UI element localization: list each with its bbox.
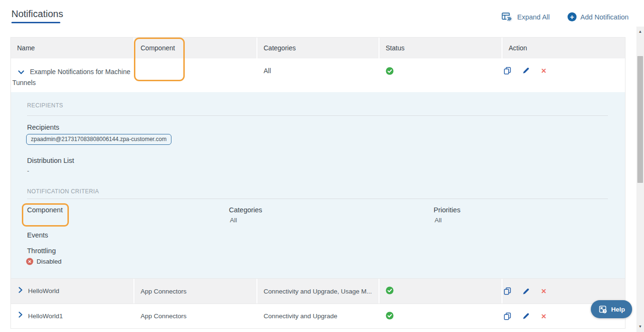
row-status-cell [379, 58, 502, 92]
row-status-cell [379, 279, 502, 304]
throttling-label: Throttling [27, 247, 56, 255]
criteria-priorities-label: Priorities [434, 206, 460, 214]
copy-icon[interactable] [504, 287, 511, 295]
criteria-categories-value: All [230, 217, 237, 224]
add-notification-button[interactable]: + Add Notification [568, 12, 629, 21]
edit-pencil-icon[interactable] [522, 288, 530, 295]
table-row[interactable]: Example Notifications for Machine Tunnel… [11, 58, 625, 92]
section-divider [27, 199, 608, 199]
column-header-component[interactable]: Component [134, 38, 257, 58]
column-header-action: Action [502, 38, 625, 58]
row-name-text: HelloWorld1 [28, 312, 63, 321]
row-component-cell: App Connectors [134, 279, 257, 304]
recipient-email-chip: zpaadmin@217317083808006144.zpa-customer… [26, 134, 171, 145]
page-title: Notifications [11, 9, 63, 19]
column-header-categories[interactable]: Categories [257, 38, 379, 58]
distribution-list-value: - [27, 167, 29, 174]
throttling-value: Disabled [37, 258, 62, 265]
row-status-cell [379, 304, 502, 328]
distribution-list-label: Distribution List [27, 157, 74, 164]
table-row[interactable]: HelloWorld App Connectors Connectivity a… [11, 278, 625, 304]
chevron-right-icon[interactable] [18, 311, 24, 321]
plus-icon: + [568, 12, 577, 21]
row-categories-cell: All [257, 58, 379, 92]
row-name-text: Example Notifications for Machine Tunnel… [12, 68, 131, 86]
row-categories-cell: Connectivity and Upgrade, Usage M... [257, 279, 379, 304]
criteria-component-label: Component [27, 206, 63, 214]
help-icon: ? [598, 304, 608, 314]
section-divider [27, 115, 608, 116]
criteria-section-heading: NOTIFICATION CRITERIA [27, 188, 99, 195]
row-name-cell[interactable]: HelloWorld1 [11, 304, 134, 328]
recipients-label: Recipients [27, 123, 59, 131]
scroll-up-arrow-icon[interactable]: ▲ [636, 28, 644, 35]
scrollbar-thumb[interactable] [637, 56, 643, 183]
delete-x-icon[interactable]: ✕ [541, 313, 547, 320]
events-label: Events [27, 231, 48, 239]
criteria-priorities-value: All [435, 217, 442, 224]
recipients-section-heading: RECIPIENTS [27, 102, 63, 109]
status-enabled-icon [386, 312, 394, 321]
disabled-status-icon: ✕ [26, 258, 33, 265]
svg-text:?: ? [604, 309, 606, 313]
copy-icon[interactable] [504, 67, 511, 75]
help-button[interactable]: ? Help [591, 300, 632, 318]
help-label: Help [611, 306, 625, 313]
row-categories-cell: Connectivity and Upgrade [257, 304, 379, 328]
edit-pencil-icon[interactable] [522, 313, 530, 320]
row-component-cell [134, 58, 257, 92]
vertical-scrollbar[interactable]: ▲ ▼ [636, 27, 644, 332]
row-name-text: HelloWorld [28, 286, 59, 296]
expand-all-icon [502, 12, 513, 22]
expanded-detail-panel: RECIPIENTS Recipients zpaadmin@217317083… [11, 92, 625, 278]
notifications-table: Name Component Categories Status Action … [10, 37, 625, 329]
table-row[interactable]: HelloWorld1 App Connectors Connectivity … [11, 304, 625, 329]
notifications-page: Notifications Expand All + Add Notificat… [0, 0, 644, 332]
criteria-categories-label: Categories [229, 206, 262, 214]
table-header-row: Name Component Categories Status Action [11, 38, 625, 58]
row-name-cell[interactable]: HelloWorld [11, 279, 134, 304]
delete-x-icon[interactable]: ✕ [541, 67, 547, 75]
title-underline [11, 22, 60, 23]
status-enabled-icon [386, 286, 394, 296]
scroll-down-arrow-icon[interactable]: ▼ [636, 323, 644, 330]
add-notification-label: Add Notification [580, 13, 629, 21]
row-actions-cell: ✕ [502, 58, 625, 92]
chevron-right-icon[interactable] [18, 286, 24, 296]
row-name-cell[interactable]: Example Notifications for Machine Tunnel… [11, 58, 134, 92]
copy-icon[interactable] [504, 313, 511, 320]
delete-x-icon[interactable]: ✕ [541, 287, 547, 295]
column-header-name[interactable]: Name [11, 38, 134, 58]
column-header-status[interactable]: Status [379, 38, 502, 58]
row-component-cell: App Connectors [134, 304, 257, 328]
edit-pencil-icon[interactable] [522, 67, 530, 74]
status-enabled-icon [386, 67, 394, 76]
expand-all-button[interactable]: Expand All [502, 12, 550, 22]
chevron-down-icon[interactable] [18, 69, 27, 77]
expand-all-label: Expand All [517, 13, 550, 21]
